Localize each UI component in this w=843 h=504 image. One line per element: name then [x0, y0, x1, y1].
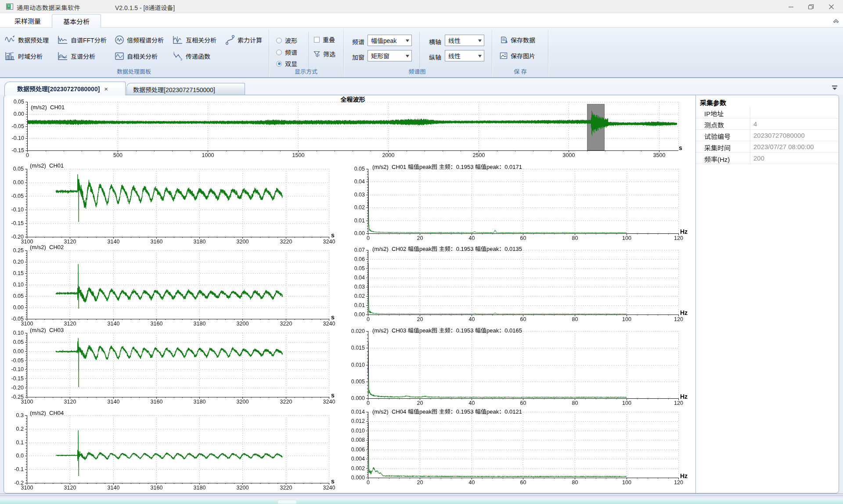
- title-bar: 通用动态数据采集软件 V2.0.1.5 - [8通道设备]: [0, 0, 843, 13]
- acquisition-params-panel: 采集参数 IP地址 测点数 4 试验编号 20230727080000 采集时间…: [696, 95, 839, 492]
- group-label-display-mode: 显示方式: [271, 67, 341, 75]
- ribbon-group-separator: [548, 29, 548, 76]
- time-chart-ch01[interactable]: [1, 164, 339, 247]
- radio-waveform-dot: [276, 38, 282, 43]
- param-points-value: 4: [753, 120, 757, 128]
- select-window-arrow-icon: [406, 55, 409, 57]
- close-button[interactable]: [821, 0, 841, 13]
- spec-chart-ch04[interactable]: [342, 407, 688, 488]
- doc-tab-active-label: 数据预处理[20230727080000]: [17, 84, 100, 93]
- spec-chart-ch02-x-unit: Hz: [680, 309, 688, 316]
- time-chart-ch04-title: (m/s2) CH04: [30, 410, 64, 416]
- param-row-time: 采集时间 2023/07/27 08:00:00: [696, 141, 838, 153]
- spec-chart-ch04-title: (m/s2) CH04 幅值peak图 主频：0.1953 幅值peak：0.0…: [372, 407, 522, 415]
- maximize-button[interactable]: [801, 0, 821, 13]
- btn-xspec-analysis[interactable]: 互谱分析: [56, 50, 97, 62]
- btn-filter[interactable]: 筛选: [313, 50, 335, 58]
- param-row-test-id: 试验编号 20230727080000: [696, 130, 838, 141]
- btn-time-domain[interactable]: 时域分析: [4, 50, 44, 62]
- time-chart-ch01-x-unit: s: [331, 232, 335, 239]
- btn-autocorr-analysis[interactable]: 自相关分析: [113, 50, 159, 62]
- btn-fft-label: 自谱FFT分析: [71, 36, 107, 44]
- select-x-axis-arrow-icon: [478, 39, 482, 42]
- label-spectrum-type: 频谱: [352, 37, 364, 46]
- ribbon-tab-sampling-label: 采样测量: [14, 16, 41, 25]
- time-chart-ch01-title: (m/s2) CH01: [30, 162, 64, 169]
- autocorr-icon: [115, 51, 124, 61]
- cable-force-icon: [225, 35, 235, 45]
- select-window-fn-value: 矩形窗: [371, 51, 389, 60]
- overview-chart[interactable]: [2, 97, 688, 161]
- minimize-icon: [788, 4, 794, 10]
- fft-icon: [58, 35, 68, 45]
- doc-tab-inactive-label: 数据预处理[20230727150000]: [133, 85, 215, 94]
- select-spectrum-type[interactable]: 幅值peak: [367, 35, 412, 46]
- select-window-fn[interactable]: 矩形窗: [367, 50, 412, 61]
- param-row-points: 测点数 4: [696, 118, 838, 130]
- ribbon-group-separator: [269, 29, 269, 76]
- radio-waveform[interactable]: 波形: [276, 36, 297, 45]
- time-chart-ch04[interactable]: [1, 410, 339, 493]
- btn-transfer-function[interactable]: 1 5 传递函数: [171, 50, 212, 62]
- time-chart-ch02-x-unit: s: [331, 314, 335, 321]
- ribbon-tab-analysis[interactable]: 基本分析: [52, 14, 101, 28]
- group-label-spectrum-chart: 频谱图: [382, 67, 452, 75]
- xspec-icon: [58, 51, 68, 61]
- status-grip[interactable]: [277, 500, 297, 504]
- time-domain-icon: [5, 51, 15, 61]
- collapse-ribbon-icon[interactable]: [832, 18, 839, 24]
- spec-chart-ch03[interactable]: [342, 326, 688, 409]
- app-icon: [6, 4, 13, 10]
- select-x-axis-value: 线性: [448, 36, 461, 45]
- save-image-icon: [499, 51, 508, 60]
- ribbon-tab-sampling[interactable]: 采样测量: [8, 14, 47, 27]
- radio-dual-display[interactable]: 双显: [276, 59, 297, 68]
- doc-tab-close-icon[interactable]: ×: [104, 86, 108, 92]
- overview-x-unit: s: [679, 144, 682, 151]
- xcorr-icon: [173, 35, 183, 45]
- select-y-axis-scale[interactable]: 线性: [445, 50, 484, 61]
- btn-xcorr-analysis[interactable]: 互相关分析: [171, 34, 218, 46]
- param-time-value: 2023/07/27 08:00:00: [753, 143, 814, 150]
- select-spectrum-type-value: 幅值peak: [371, 36, 396, 45]
- label-x-axis-scale: 横轴: [429, 37, 441, 46]
- btn-transfer-function-label: 传递函数: [186, 52, 210, 61]
- btn-octave-analysis[interactable]: 倍频程谱分析: [113, 34, 165, 46]
- time-chart-ch03[interactable]: [1, 328, 339, 407]
- spec-chart-ch01[interactable]: [342, 164, 688, 244]
- spec-chart-ch02[interactable]: [342, 245, 688, 325]
- radio-dual-display-dot: [276, 61, 282, 67]
- app-window: 通用动态数据采集软件 V2.0.1.5 - [8通道设备] 采样测量 基本分析: [0, 0, 843, 504]
- btn-cable-force[interactable]: 索力计算: [224, 34, 263, 46]
- overview-series-label: (m/s2) CH01: [31, 104, 65, 111]
- doc-tab-active[interactable]: 数据预处理[20230727080000] ×: [4, 82, 126, 95]
- radio-spectrum-dot: [276, 50, 282, 55]
- btn-save-data-label: 保存数据: [511, 36, 535, 44]
- transfer-function-icon: 1 5: [173, 51, 183, 61]
- btn-save-data[interactable]: 保存数据: [498, 34, 537, 46]
- filter-funnel-icon: [313, 51, 320, 57]
- spec-chart-ch02-title: (m/s2) CH02 幅值peak图 主频：0.1953 幅值peak：0.0…: [372, 244, 522, 253]
- radio-spectrum-label: 频谱: [285, 48, 297, 57]
- btn-data-preprocess-label: 数据预处理: [18, 36, 49, 44]
- btn-fft-analysis[interactable]: 自谱FFT分析: [56, 34, 108, 46]
- btn-save-image-label: 保存图片: [511, 51, 535, 60]
- btn-data-preprocess[interactable]: 数据预处理: [4, 34, 50, 46]
- status-bar: [0, 499, 843, 504]
- select-x-axis-scale[interactable]: 线性: [445, 35, 484, 46]
- checkbox-overlap[interactable]: 重叠: [314, 35, 335, 44]
- param-points-label: 测点数: [704, 120, 724, 129]
- select-spectrum-arrow-icon: [406, 39, 409, 42]
- group-label-save: 保 存: [485, 67, 555, 75]
- tab-list-dropdown-icon[interactable]: [832, 85, 838, 90]
- ribbon-group-separator: [343, 29, 344, 76]
- spec-chart-ch01-x-unit: Hz: [680, 228, 688, 235]
- radio-spectrum[interactable]: 频谱: [276, 48, 297, 57]
- save-data-icon: [499, 36, 508, 44]
- time-chart-ch02[interactable]: [1, 245, 339, 329]
- time-chart-ch03-x-unit: s: [331, 392, 335, 399]
- doc-tab-inactive[interactable]: 数据预处理[20230727150000]: [126, 83, 245, 95]
- minimize-button[interactable]: [781, 0, 801, 13]
- select-y-axis-value: 线性: [448, 51, 461, 60]
- btn-save-image[interactable]: 保存图片: [498, 50, 537, 61]
